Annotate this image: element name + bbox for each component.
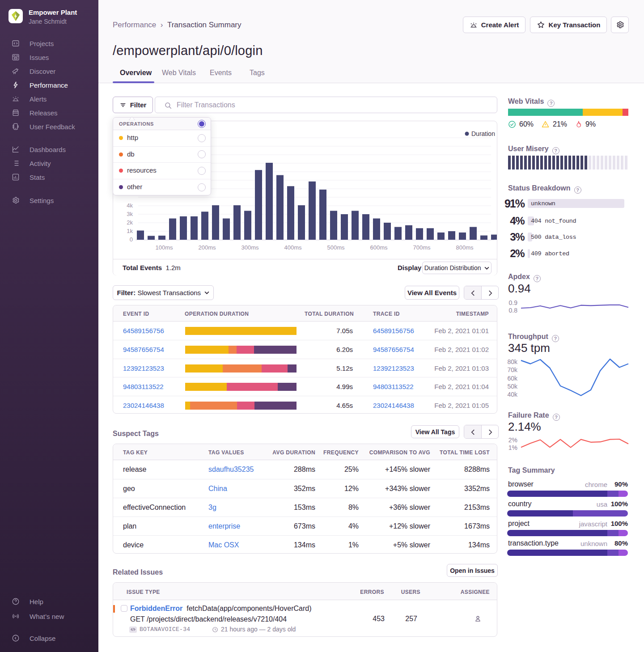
svg-text:700ms: 700ms [413, 244, 431, 251]
svg-text:Duration: Duration [471, 130, 495, 137]
svg-text:0: 0 [130, 236, 133, 243]
svg-text:300ms: 300ms [241, 244, 259, 251]
svg-text:4k: 4k [127, 202, 133, 209]
svg-text:2k: 2k [127, 219, 133, 226]
svg-text:100ms: 100ms [155, 244, 173, 251]
svg-text:600ms: 600ms [370, 244, 388, 251]
svg-text:200ms: 200ms [198, 244, 216, 251]
svg-text:3k: 3k [127, 211, 133, 217]
svg-text:800ms: 800ms [456, 244, 474, 251]
svg-text:500ms: 500ms [327, 244, 345, 251]
svg-text:1k: 1k [127, 228, 133, 234]
svg-text:400ms: 400ms [284, 244, 302, 251]
